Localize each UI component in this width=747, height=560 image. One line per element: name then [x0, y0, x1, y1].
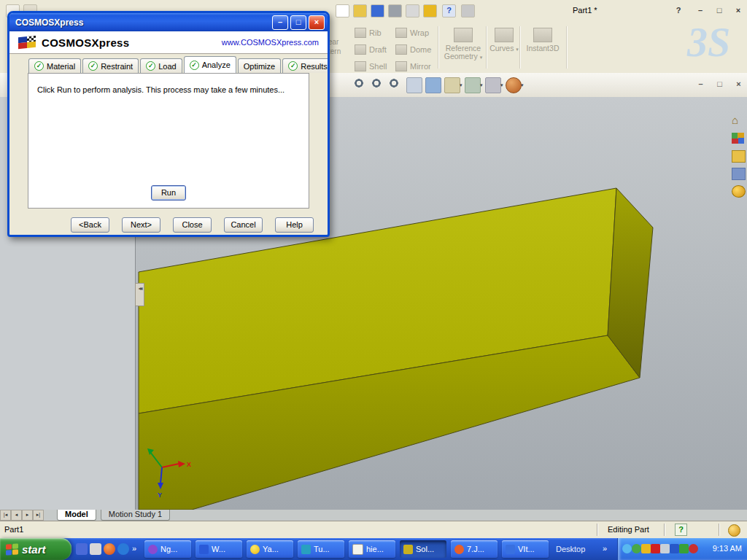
- start-button[interactable]: start: [0, 538, 71, 560]
- taskbar-button-1[interactable]: Ng...: [144, 540, 191, 558]
- desktop-more-icon[interactable]: »: [603, 544, 607, 553]
- tab-motion-study[interactable]: Motion Study 1: [101, 510, 170, 521]
- zoom-in-out-icon[interactable]: [387, 77, 402, 92]
- windows-flag-icon: [6, 543, 18, 555]
- taskbar-button-7[interactable]: 7.J...: [451, 540, 498, 558]
- draft-button[interactable]: Draft: [355, 44, 387, 55]
- tab-load[interactable]: ✓Load: [140, 58, 182, 73]
- help-icon[interactable]: ?: [442, 4, 456, 18]
- doc-minimize-icon[interactable]: –: [694, 79, 707, 90]
- task-pane-explorer-icon[interactable]: [732, 168, 746, 180]
- tab-nav-next-icon[interactable]: ▸: [22, 510, 33, 521]
- quick-launch-icon-1[interactable]: [76, 543, 88, 555]
- desktop-toolbar-label[interactable]: Desktop: [556, 545, 585, 553]
- document-tab-bar: |◂ ◂ ▸ ▸| Model Motion Study 1: [0, 510, 747, 521]
- wrap-button[interactable]: Wrap: [395, 28, 429, 38]
- tab-nav-first-icon[interactable]: |◂: [0, 510, 11, 521]
- tab-results[interactable]: ✓Results: [282, 58, 330, 73]
- task-pane-library-icon[interactable]: [732, 150, 746, 163]
- display-style-icon[interactable]: [465, 77, 481, 93]
- view-settings-icon[interactable]: [425, 77, 441, 93]
- window-close-icon[interactable]: ×: [732, 5, 744, 16]
- app-icon: [454, 545, 464, 554]
- tray-update-icon[interactable]: [622, 544, 632, 553]
- toggle-toolbar-icon[interactable]: [461, 4, 475, 18]
- tray-network-icon[interactable]: [679, 544, 689, 553]
- tab-nav-prev-icon[interactable]: ◂: [11, 510, 22, 521]
- tray-messenger-icon[interactable]: [632, 544, 641, 553]
- dialog-close-icon[interactable]: ×: [309, 15, 325, 30]
- tray-volume-icon[interactable]: [660, 544, 670, 553]
- dialog-titlebar[interactable]: COSMOSXpress – □ ×: [9, 13, 328, 31]
- tab-analyze[interactable]: ✓Analyze: [184, 56, 236, 73]
- new-document-icon[interactable]: [336, 4, 349, 18]
- appearance-icon[interactable]: [506, 77, 522, 93]
- quick-launch-ie-icon[interactable]: [117, 543, 129, 555]
- doc-restore-icon[interactable]: □: [713, 79, 726, 90]
- shell-button[interactable]: Shell: [355, 61, 387, 71]
- dialog-maximize-icon[interactable]: □: [290, 15, 306, 30]
- dialog-minimize-icon[interactable]: –: [272, 15, 288, 30]
- dome-button[interactable]: Dome: [395, 44, 431, 55]
- window-minimize-icon[interactable]: –: [694, 5, 706, 16]
- website-link[interactable]: www.COSMOSXpress.com: [222, 38, 319, 47]
- task-pane-home-icon[interactable]: ⌂: [732, 115, 744, 126]
- check-icon: ✓: [34, 61, 44, 71]
- taskbar-button-8[interactable]: VIt...: [502, 540, 549, 558]
- taskbar-button-4[interactable]: Tu...: [298, 540, 344, 558]
- back-button[interactable]: <Back: [71, 217, 109, 233]
- dassault-3ds-logo: 3S: [687, 19, 730, 66]
- cancel-button[interactable]: Cancel: [224, 217, 263, 233]
- section-view-icon[interactable]: [406, 77, 422, 93]
- quick-launch-firefox-icon[interactable]: [104, 543, 115, 555]
- tab-optimize[interactable]: Optimize: [238, 58, 281, 73]
- next-button[interactable]: Next>: [122, 217, 160, 233]
- status-help-icon[interactable]: ?: [675, 524, 687, 536]
- analyze-panel: Click Run to perform analysis. This proc…: [28, 73, 309, 209]
- taskbar-button-2[interactable]: W...: [196, 540, 242, 558]
- task-pane-resources-icon[interactable]: [732, 133, 744, 144]
- view-orientation-icon[interactable]: [444, 77, 460, 93]
- tab-nav-last-icon[interactable]: ▸|: [33, 510, 44, 521]
- reference-geometry-button[interactable]: Reference Geometry ▾: [441, 28, 486, 61]
- doc-close-icon[interactable]: ×: [732, 79, 745, 90]
- hide-show-items-icon[interactable]: [485, 77, 501, 93]
- tab-model[interactable]: Model: [57, 510, 96, 521]
- window-restore-icon[interactable]: □: [713, 5, 725, 16]
- dropdown-icon: ▾: [460, 82, 462, 88]
- tray-antivirus-icon[interactable]: [651, 544, 660, 553]
- tab-restraint[interactable]: ✓Restraint: [82, 58, 139, 73]
- panel-splitter-handle[interactable]: ◂◂: [135, 283, 144, 306]
- zoom-area-icon[interactable]: [370, 77, 384, 92]
- status-sketch-icon: [728, 524, 740, 537]
- task-pane-solidworks-icon[interactable]: [732, 185, 746, 198]
- run-button[interactable]: Run: [151, 185, 186, 201]
- taskbar-button-3[interactable]: Ya...: [247, 540, 293, 558]
- system-tray: 9:13 AM: [617, 538, 747, 560]
- wrap-icon: [395, 28, 407, 38]
- help-button[interactable]: Help: [275, 217, 314, 233]
- mirror-button[interactable]: Mirror: [395, 61, 431, 71]
- tab-material[interactable]: ✓Material: [28, 58, 81, 73]
- undo-icon[interactable]: [423, 4, 437, 18]
- print-preview-icon[interactable]: [406, 4, 419, 18]
- zoom-fit-icon[interactable]: [352, 77, 367, 92]
- close-button[interactable]: Close: [173, 217, 212, 233]
- dialog-footer: <Back Next> Close Cancel Help: [71, 217, 328, 233]
- window-help-icon[interactable]: ?: [673, 5, 684, 16]
- taskbar-button-5[interactable]: hie...: [349, 540, 395, 558]
- print-icon[interactable]: [388, 4, 402, 18]
- tray-app-icon-3[interactable]: [689, 544, 698, 553]
- curves-button[interactable]: Curves ▾: [489, 28, 519, 53]
- open-folder-icon[interactable]: [353, 4, 367, 18]
- instant3d-button[interactable]: Instant3D: [522, 28, 563, 52]
- save-icon[interactable]: [371, 4, 384, 18]
- quick-launch-more-icon[interactable]: »: [132, 544, 136, 553]
- tray-app-icon-1[interactable]: [641, 544, 651, 553]
- tray-app-icon-2[interactable]: [670, 544, 679, 553]
- taskbar-button-solidworks[interactable]: Sol...: [400, 540, 446, 558]
- rib-button[interactable]: Rib: [355, 28, 382, 38]
- curves-icon: [495, 28, 514, 42]
- quick-launch-icon-2[interactable]: [90, 543, 101, 555]
- check-icon: ✓: [88, 61, 98, 71]
